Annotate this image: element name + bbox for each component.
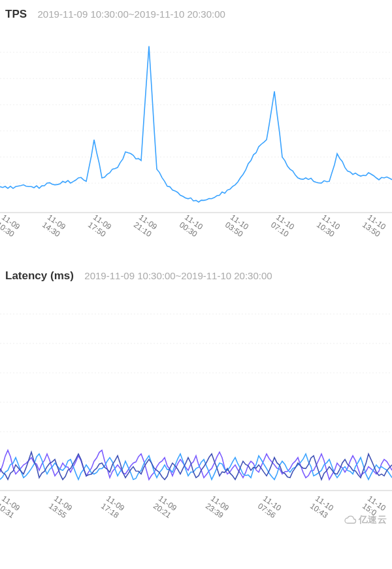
tps-title: TPS	[5, 8, 27, 21]
x-tick-label: 11-1007:56	[255, 494, 283, 521]
tps-header: TPS 2019-11-09 10:30:00~2019-11-10 20:30…	[0, 0, 392, 26]
watermark: 亿速云	[344, 514, 387, 526]
series-line	[0, 46, 392, 202]
latency-x-axis: 11-0910:3111-0913:5511-0917:1811-0920:21…	[0, 494, 392, 530]
x-tick-label: 11-0921:10	[131, 213, 159, 239]
x-tick-label: 11-0920:21	[151, 494, 178, 521]
latency-header: Latency (ms) 2019-11-09 10:30:00~2019-11…	[0, 262, 392, 288]
x-tick-label: 11-0910:30	[0, 213, 22, 239]
latency-chart[interactable]: 11-0910:3111-0913:5511-0917:1811-0920:21…	[0, 288, 392, 530]
x-tick-label: 11-1003:50	[223, 213, 250, 239]
cloud-icon	[344, 515, 357, 525]
x-tick-label: 11-0917:50	[86, 213, 113, 239]
series-line	[0, 450, 392, 479]
x-tick-label: 11-0917:18	[99, 494, 126, 521]
x-tick-label: 11-1013:50	[360, 213, 387, 239]
latency-title: Latency (ms)	[5, 269, 74, 283]
x-tick-label: 11-0910:31	[0, 494, 22, 521]
tps-panel: TPS 2019-11-09 10:30:00~2019-11-10 20:30…	[0, 0, 392, 249]
tps-chart[interactable]: 11-0910:3011-0914:3011-0917:5011-0921:10…	[0, 26, 392, 249]
x-tick-label: 11-0923:39	[203, 494, 231, 521]
x-tick-label: 11-0914:30	[40, 213, 67, 239]
latency-panel: Latency (ms) 2019-11-09 10:30:00~2019-11…	[0, 262, 392, 530]
latency-time-range: 2019-11-09 10:30:00~2019-11-10 20:30:00	[84, 270, 272, 281]
tps-x-axis: 11-0910:3011-0914:3011-0917:5011-0921:10…	[0, 213, 392, 249]
series-line	[0, 454, 392, 479]
x-tick-label: 11-0913:55	[46, 494, 74, 521]
tps-time-range: 2019-11-09 10:30:00~2019-11-10 20:30:00	[38, 9, 225, 20]
x-tick-label: 11-1010:43	[308, 494, 335, 521]
x-tick-label: 11-1000:30	[177, 213, 204, 239]
x-tick-label: 11-1010:30	[314, 213, 342, 239]
x-tick-label: 11-1007:10	[269, 213, 296, 239]
